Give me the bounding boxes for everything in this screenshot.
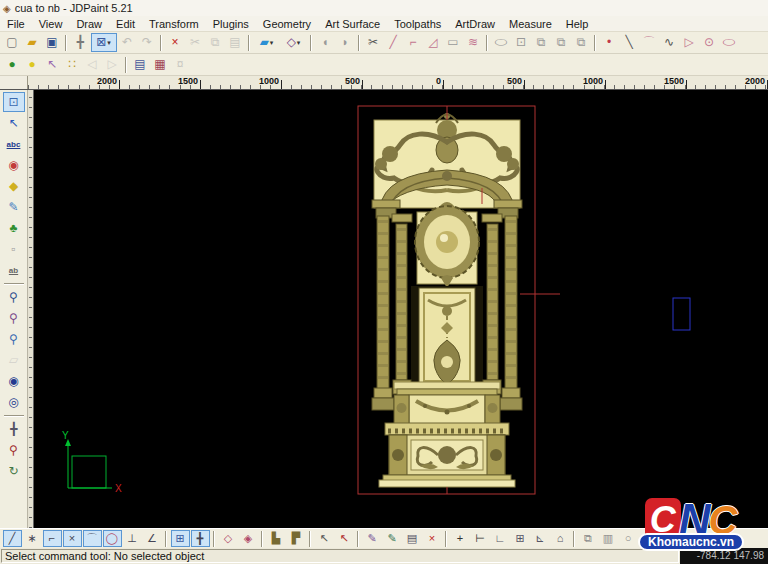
shape-lib1-button[interactable]: ◇	[219, 530, 238, 547]
layer-list-button[interactable]: ▦	[151, 55, 170, 74]
platform2-button[interactable]: ▛	[287, 530, 306, 547]
show-object-tool[interactable]: ◉	[3, 371, 25, 391]
mirror-object-button[interactable]: ⧉	[552, 33, 571, 52]
menu-artdraw[interactable]: ArtDraw	[448, 18, 502, 30]
copy-shape-button[interactable]: ⧉	[579, 530, 598, 547]
trim-tool-button[interactable]: ✂	[364, 33, 383, 52]
prev-step-button[interactable]: ◁	[83, 55, 102, 74]
page-tool[interactable]: ▱	[3, 350, 25, 370]
pick-light-button[interactable]: ↖	[43, 55, 62, 74]
menu-view[interactable]: View	[32, 18, 70, 30]
menu-plugins[interactable]: Plugins	[206, 18, 256, 30]
paste-button[interactable]: ▤	[226, 33, 245, 52]
menu-geometry[interactable]: Geometry	[256, 18, 318, 30]
circle-tool-button[interactable]: ⊙	[700, 33, 719, 52]
offset-tool-button[interactable]: ⊡	[512, 33, 531, 52]
shape-lib2-button[interactable]: ◈	[239, 530, 258, 547]
save-button[interactable]: ▣	[43, 33, 62, 52]
pan-tool[interactable]: ╋	[3, 419, 25, 439]
wireframe-mode-button-dropdown-icon[interactable]: ▾	[297, 39, 301, 47]
angle-button[interactable]: ⊾	[531, 530, 550, 547]
next-step-button[interactable]: ▷	[103, 55, 122, 74]
polygon-tool-button[interactable]: ▷	[680, 33, 699, 52]
fillet-tool-button[interactable]: ⌐	[404, 33, 423, 52]
copy-button[interactable]: ⧉	[206, 33, 225, 52]
relief-artwork[interactable]	[372, 113, 522, 487]
array-object-button[interactable]: ⧉	[572, 33, 591, 52]
snap-smart-button[interactable]: ╋	[191, 530, 210, 547]
extend-handle-button[interactable]: ⊢	[471, 530, 490, 547]
pick-box-button[interactable]: ⊠▾	[91, 33, 117, 52]
brush-tool[interactable]: ✎	[3, 197, 25, 217]
shape-tool[interactable]: ◆	[3, 176, 25, 196]
undo-button[interactable]: ↶	[118, 33, 137, 52]
point-tool-button[interactable]: •	[600, 33, 619, 52]
drawing-canvas[interactable]: Y X	[28, 90, 768, 528]
menu-help[interactable]: Help	[559, 18, 596, 30]
menu-toolpaths[interactable]: Toolpaths	[387, 18, 448, 30]
ab-toggle-tool[interactable]: ab	[3, 260, 25, 280]
node-edit-tool[interactable]: ↖	[3, 113, 25, 133]
modify-button[interactable]: ✎	[383, 530, 402, 547]
snap-corner-button[interactable]: ⌐	[43, 530, 62, 547]
platform1-button[interactable]: ▙	[267, 530, 286, 547]
snap-color-button[interactable]: ∷	[63, 55, 82, 74]
ellipse-tool-button[interactable]: ◯	[720, 33, 739, 52]
close-curve-button[interactable]: ▭	[444, 33, 463, 52]
zoom-object-tool[interactable]: ⚲	[3, 329, 25, 349]
zoom-select-tool[interactable]: ⚲	[3, 440, 25, 460]
snap-node-button[interactable]: ∗	[23, 530, 42, 547]
arc-tool-button[interactable]: ⌒	[640, 33, 659, 52]
ring-tool[interactable]: ◉	[3, 155, 25, 175]
menu-draw[interactable]: Draw	[69, 18, 109, 30]
oblong-tool-button[interactable]: ◯	[492, 33, 511, 52]
stair-button[interactable]: ∟	[491, 530, 510, 547]
snap-arc-button[interactable]: ⌒	[83, 530, 102, 547]
menu-edit[interactable]: Edit	[109, 18, 142, 30]
zoom-dynamic-tool[interactable]: ⚲	[3, 308, 25, 328]
chamfer-tool-button[interactable]: ◿	[424, 33, 443, 52]
render-ghost-button[interactable]: ◗	[336, 33, 355, 52]
pick-box-button-dropdown-icon[interactable]: ▾	[107, 39, 111, 47]
wireframe-mode-button[interactable]: ◇▾	[281, 33, 307, 52]
book-panel-button[interactable]: ▤	[131, 55, 150, 74]
text-tool[interactable]: abc	[3, 134, 25, 154]
light-on-button[interactable]: ●	[3, 55, 22, 74]
lamp-off-button[interactable]: ¤	[171, 55, 190, 74]
menu-file[interactable]: File	[0, 18, 32, 30]
menu-transform[interactable]: Transform	[142, 18, 206, 30]
array-shape-button[interactable]: ▥	[599, 530, 618, 547]
pick-add-button[interactable]: ↖	[315, 530, 334, 547]
pick-remove-button[interactable]: ↖	[335, 530, 354, 547]
delete-object-button[interactable]: ×	[423, 530, 442, 547]
snap-circle-button[interactable]: ◯	[103, 530, 122, 547]
delete-button[interactable]: ×	[166, 33, 185, 52]
home-button[interactable]: ⌂	[551, 530, 570, 547]
extend-tool-button[interactable]: ╱	[384, 33, 403, 52]
surface-mode-button-dropdown-icon[interactable]: ▾	[270, 39, 274, 47]
zoom-window-tool[interactable]: ⚲	[3, 287, 25, 307]
menu-art-surface[interactable]: Art Surface	[318, 18, 387, 30]
redo-button[interactable]: ↷	[138, 33, 157, 52]
snap-intersect-button[interactable]: ×	[63, 530, 82, 547]
spline-tool-button[interactable]: ∿	[660, 33, 679, 52]
hide-object-tool[interactable]: ◎	[3, 392, 25, 412]
open-file-button[interactable]: ▰	[23, 33, 42, 52]
select-tool[interactable]: ⊡	[3, 92, 25, 112]
measure-tool[interactable]: ▫	[3, 239, 25, 259]
surface-mode-button[interactable]: ▰▾	[254, 33, 280, 52]
new-file-button[interactable]: ▢	[3, 33, 22, 52]
spray-tool[interactable]: ♣	[3, 218, 25, 238]
refresh-view-tool[interactable]: ↻	[3, 461, 25, 481]
render-shaded-button[interactable]: ◖	[316, 33, 335, 52]
line-tool-button[interactable]: ╲	[620, 33, 639, 52]
snap-grid-button[interactable]: ⊞	[171, 530, 190, 547]
light-preview-button[interactable]: ●	[23, 55, 42, 74]
snap-tangent-button[interactable]: ∠	[143, 530, 162, 547]
copy-object-button[interactable]: ⧉	[532, 33, 551, 52]
menu-measure[interactable]: Measure	[502, 18, 559, 30]
add-point-button[interactable]: +	[451, 530, 470, 547]
track-point-button[interactable]: ╋	[71, 33, 90, 52]
smooth-curve-button[interactable]: ≋	[464, 33, 483, 52]
dim-button[interactable]: ⊞	[511, 530, 530, 547]
